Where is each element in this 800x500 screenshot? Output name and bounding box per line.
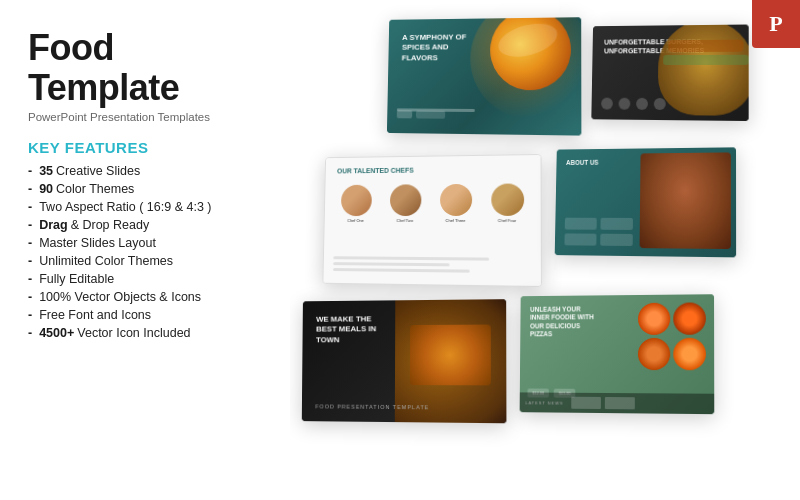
feature-item-7: Fully Editable: [28, 272, 262, 286]
feature-item-6: Unlimited Color Themes: [28, 254, 262, 268]
slide-4-title: ABOUT US: [566, 159, 599, 168]
news-strip: LATEST NEWS: [520, 392, 715, 414]
chefs-row: Chef One Chef Two Chef Three Chef F: [334, 183, 530, 223]
slide-preview-5: WE MAKE THE BEST MEALS IN TOWN FOOD PRES…: [302, 299, 507, 423]
feature-text-10: Vector Icon Included: [77, 326, 190, 340]
chef-card-1: Chef One: [334, 185, 378, 223]
chef-avatar-1: [340, 185, 371, 216]
feature-list: 35 Creative Slides 90 Color Themes Two A…: [28, 164, 262, 340]
left-panel: Food Template PowerPoint Presentation Te…: [0, 0, 290, 500]
news-label: LATEST NEWS: [525, 400, 563, 405]
chef-card-3: Chef Three: [433, 184, 478, 223]
slide-1-title: A SYMPHONY OF SPICES AND FLAVORS: [402, 32, 480, 63]
slide-preview-3: Our Talented Chefs Chef One Chef Two: [322, 154, 542, 287]
feature-text-2: Color Themes: [56, 182, 134, 196]
feature-text-5: Master Slides Layout: [39, 236, 156, 250]
feature-text-4: & Drop Ready: [71, 218, 150, 232]
feature-item-9: Free Font and Icons: [28, 308, 262, 322]
chef-name-2: Chef Two: [397, 218, 414, 223]
feature-text-6: Unlimited Color Themes: [39, 254, 173, 268]
pizza-4: [673, 338, 706, 370]
chef-name-4: Chef Four: [498, 218, 516, 223]
slide-preview-4: ABOUT US: [555, 147, 736, 257]
chef-avatar-4: [491, 183, 524, 215]
slide-inner-5: WE MAKE THE BEST MEALS IN TOWN FOOD PRES…: [302, 299, 507, 423]
powerpoint-icon: P: [752, 0, 800, 48]
feature-item-3: Two Aspect Ratio ( 16:9 & 4:3 ): [28, 200, 262, 214]
subtitle: PowerPoint Presentation Templates: [28, 111, 262, 123]
slide-inner-1: A SYMPHONY OF SPICES AND FLAVORS: [387, 17, 581, 135]
feature-item-4: Drag & Drop Ready: [28, 218, 262, 232]
feature-text-8: 100% Vector Objects & Icons: [39, 290, 201, 304]
chef-avatar-2: [389, 184, 421, 216]
feature-bold-2: 90: [39, 182, 53, 196]
chef-card-4: Chef Four: [484, 183, 530, 223]
feature-item-5: Master Slides Layout: [28, 236, 262, 250]
feature-text-1: Creative Slides: [56, 164, 140, 178]
slides-container: A SYMPHONY OF SPICES AND FLAVORS U: [290, 10, 800, 500]
feature-bold-1: 35: [39, 164, 53, 178]
right-panel: P A SYMPHONY OF SPICES AND FLAVORS: [290, 0, 800, 500]
pizza-1: [638, 303, 670, 335]
slide-inner-6: UNLEASH YOUR INNER FOODIE WITH OUR DELIC…: [520, 294, 715, 414]
chef-avatar-3: [439, 184, 471, 216]
slide-preview-1: A SYMPHONY OF SPICES AND FLAVORS: [387, 17, 581, 135]
ppt-icon-letter: P: [769, 11, 782, 37]
pizza-2: [673, 302, 706, 334]
feature-text-9: Free Font and Icons: [39, 308, 151, 322]
slide-3-heading: Our Talented Chefs: [337, 167, 414, 175]
feature-item-8: 100% Vector Objects & Icons: [28, 290, 262, 304]
feature-item-2: 90 Color Themes: [28, 182, 262, 196]
slide-inner-3: Our Talented Chefs Chef One Chef Two: [323, 155, 541, 286]
key-features-label: KEY FEATURES: [28, 139, 262, 156]
feature-bold-4: Drag: [39, 218, 67, 232]
feature-text-3: Two Aspect Ratio ( 16:9 & 4:3 ): [39, 200, 211, 214]
slide-6-title: UNLEASH YOUR INNER FOODIE WITH OUR DELIC…: [530, 305, 598, 339]
chef-name-1: Chef One: [347, 218, 363, 223]
slide-5-title: WE MAKE THE BEST MEALS IN TOWN: [316, 314, 384, 345]
chef-card-2: Chef Two: [383, 184, 427, 223]
main-container: Food Template PowerPoint Presentation Te…: [0, 0, 800, 500]
slide-preview-6: UNLEASH YOUR INNER FOODIE WITH OUR DELIC…: [520, 294, 715, 414]
slide-preview-2: UNFORGETTABLE BURGERS, UNFORGETTABLE MEM…: [591, 24, 748, 121]
slide-inner-2: UNFORGETTABLE BURGERS, UNFORGETTABLE MEM…: [591, 24, 748, 121]
chef-name-3: Chef Three: [445, 218, 465, 223]
feature-text-7: Fully Editable: [39, 272, 114, 286]
main-title: Food Template: [28, 28, 262, 107]
feature-item-1: 35 Creative Slides: [28, 164, 262, 178]
feature-bold-10: 4500+: [39, 326, 74, 340]
slide-inner-4: ABOUT US: [555, 147, 736, 257]
slide-5-label: FOOD PRESENTATION TEMPLATE: [315, 403, 429, 410]
feature-item-10: 4500+ Vector Icon Included: [28, 326, 262, 340]
pizza-3: [638, 338, 670, 370]
pizza-grid: [638, 302, 706, 370]
